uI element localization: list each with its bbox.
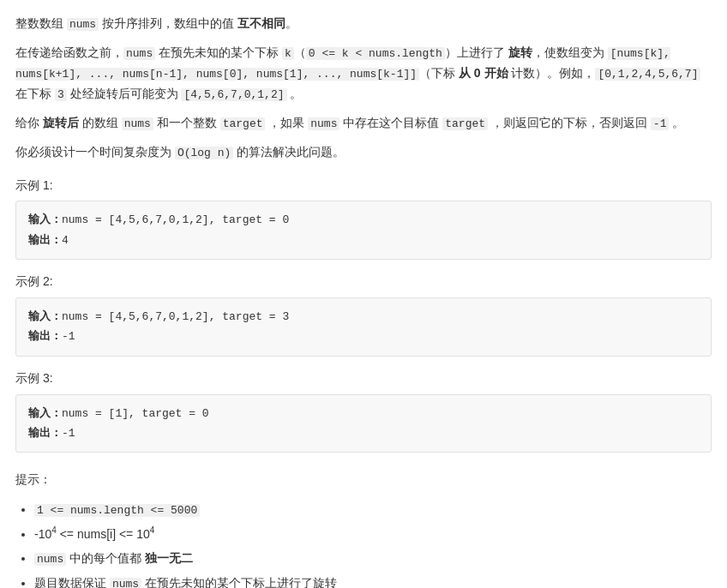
example1-block: 输入：nums = [4,5,6,7,0,1,2], target = 0 输出… — [15, 201, 712, 260]
code-nums3: nums — [122, 117, 153, 130]
code-nums1: nums — [67, 18, 99, 31]
example1-label: 示例 1: — [15, 176, 712, 196]
intro-line2: 在传递给函数之前，nums 在预先未知的某个下标 k（0 <= k < nums… — [15, 43, 712, 105]
hints-list: 1 <= nums.length <= 5000 -104 <= nums[i]… — [15, 497, 712, 588]
hint-item-2: -104 <= nums[i] <= 104 — [34, 522, 712, 546]
example1-input: 输入：nums = [4,5,6,7,0,1,2], target = 0 — [28, 210, 699, 230]
code-nums2: nums — [123, 47, 155, 60]
hint-item-4: 题目数据保证 nums 在预先未知的某个下标上进行了旋转 — [34, 571, 712, 588]
code-minus1: -1 — [651, 117, 670, 130]
hint-item-1: 1 <= nums.length <= 5000 — [34, 497, 712, 522]
example3-output: 输出：-1 — [28, 423, 699, 443]
example2-output: 输出：-1 — [28, 327, 699, 346]
code-nums4: nums — [308, 117, 339, 130]
text-after-rotate: 旋转后 — [43, 116, 79, 129]
text-rotate1: 旋转 — [508, 45, 532, 59]
example2-label: 示例 2: — [15, 272, 712, 292]
text-unique: 独一无二 — [145, 551, 193, 565]
code-target1: target — [220, 117, 266, 130]
example3-block: 输入：nums = [1], target = 0 输出：-1 — [15, 394, 712, 453]
text-distinct: 互不相同 — [237, 16, 285, 30]
main-content: 整数数组 nums 按升序排列，数组中的值 互不相同。 在传递给函数之前，num… — [15, 14, 712, 588]
code-condition: 0 <= k < nums.length — [306, 47, 445, 60]
example3-label: 示例 3: — [15, 369, 712, 389]
intro-line4: 你必须设计一个时间复杂度为 O(log n) 的算法解决此问题。 — [15, 142, 712, 163]
example2-input: 输入：nums = [4,5,6,7,0,1,2], target = 3 — [28, 307, 699, 327]
example2-block: 输入：nums = [4,5,6,7,0,1,2], target = 3 输出… — [15, 297, 712, 357]
code-k: k — [282, 47, 294, 60]
text-from-zero: 从 0 开始 — [459, 66, 508, 80]
hints-section: 提示： 1 <= nums.length <= 5000 -104 <= num… — [15, 470, 712, 588]
intro-line1: 整数数组 nums 按升序排列，数组中的值 互不相同。 — [15, 14, 712, 34]
intro-line3: 给你 旋转后 的数组 nums 和一个整数 target ，如果 nums 中存… — [15, 113, 712, 134]
code-example-array: [0,1,2,4,5,6,7] — [595, 68, 700, 81]
hints-title: 提示： — [15, 470, 712, 490]
code-target2: target — [442, 117, 488, 130]
text-intro1: 整数数组 — [15, 16, 67, 30]
example1-output: 输出：4 — [28, 231, 699, 250]
example3-input: 输入：nums = [1], target = 0 — [28, 404, 699, 423]
hint-item-3: nums 中的每个值都 独一无二 — [34, 546, 712, 571]
code-index3: 3 — [55, 88, 67, 101]
code-ologn: O(log n) — [175, 147, 233, 159]
code-rotated-array: [4,5,6,7,0,1,2] — [181, 88, 286, 101]
text-intro1b: 按升序排列，数组中的值 — [99, 16, 237, 30]
